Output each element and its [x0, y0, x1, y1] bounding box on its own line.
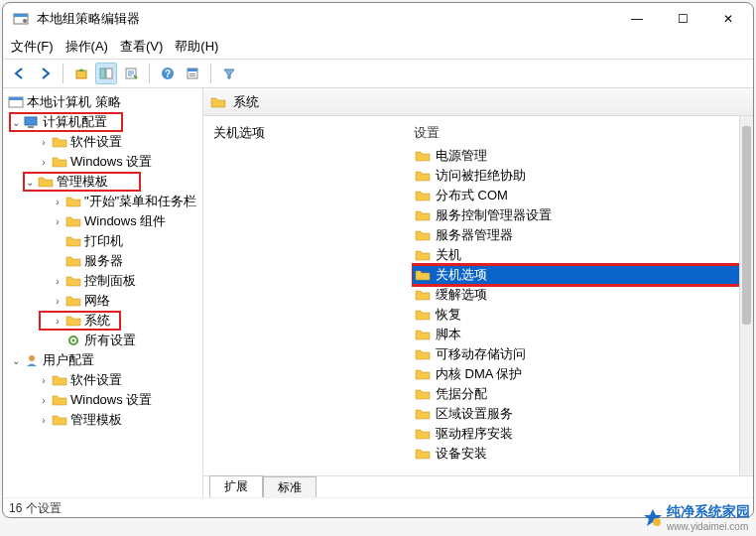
folder-icon [64, 233, 82, 249]
scrollbar-thumb[interactable] [742, 126, 751, 325]
properties-button[interactable] [182, 63, 203, 84]
tree-network[interactable]: › 网络 [3, 291, 202, 311]
content-body: 关机选项 设置 电源管理访问被拒绝协助分布式 COM服务控制管理器设置服务器管理… [203, 116, 753, 475]
list-item[interactable]: 服务器管理器 [412, 225, 753, 245]
main-area: 本地计算机 策略 ⌄ 计算机配置 › 软件设置 › Windows 设置 ⌄ 管… [3, 88, 753, 497]
list-item-label: 恢复 [436, 306, 461, 324]
folder-icon [64, 273, 82, 289]
svg-rect-4 [100, 68, 105, 78]
chevron-right-icon[interactable]: › [51, 296, 64, 307]
close-button[interactable]: ✕ [705, 3, 751, 35]
folder-icon [414, 366, 432, 382]
tree-control-panel[interactable]: › 控制面板 [3, 271, 202, 291]
chevron-right-icon[interactable]: › [37, 137, 51, 148]
svg-point-19 [29, 355, 35, 361]
chevron-right-icon[interactable]: › [37, 157, 51, 168]
chevron-right-icon[interactable]: › [51, 216, 64, 227]
tree-servers[interactable]: 服务器 [3, 251, 202, 271]
chevron-right-icon[interactable]: › [37, 395, 51, 406]
chevron-right-icon[interactable]: › [51, 316, 64, 327]
chevron-down-icon[interactable]: ⌄ [23, 177, 37, 188]
folder-icon [51, 392, 68, 408]
folder-icon [37, 174, 55, 190]
svg-rect-5 [106, 68, 112, 78]
tree-user-windows[interactable]: › Windows 设置 [3, 390, 202, 410]
list-item[interactable]: 脚本 [412, 325, 753, 344]
export-list-button[interactable] [120, 63, 142, 84]
tree-user-admin[interactable]: › 管理模板 [3, 410, 202, 430]
tree-windows-settings[interactable]: › Windows 设置 [3, 152, 202, 172]
tree-software-settings[interactable]: › 软件设置 [3, 132, 202, 152]
list-item[interactable]: 缓解选项 [412, 285, 753, 305]
tree-start-menu[interactable]: › "开始"菜单和任务栏 [3, 192, 202, 211]
list-item[interactable]: 内核 DMA 保护 [412, 364, 753, 384]
list-item-label: 驱动程序安装 [436, 425, 513, 443]
chevron-down-icon[interactable]: ⌄ [9, 355, 23, 366]
menu-action[interactable]: 操作(A) [65, 38, 108, 56]
tree-windows-components[interactable]: › Windows 组件 [3, 211, 202, 231]
column-header[interactable]: 设置 [412, 116, 753, 146]
show-hide-tree-button[interactable] [95, 63, 117, 84]
list-item[interactable]: 访问被拒绝协助 [412, 166, 753, 186]
list-item[interactable]: 服务控制管理器设置 [412, 205, 753, 225]
maximize-button[interactable]: ☐ [660, 3, 705, 35]
up-button[interactable] [70, 63, 92, 84]
list-item-label: 区域设置服务 [436, 405, 513, 423]
tree-user-config[interactable]: ⌄ 用户配置 [3, 350, 202, 370]
statusbar: 16 个设置 [3, 497, 753, 517]
list-item[interactable]: 关机 [412, 245, 753, 265]
list-item[interactable]: 分布式 COM [412, 186, 753, 205]
folder-icon [414, 168, 432, 184]
help-button[interactable]: ? [157, 63, 179, 84]
forward-button[interactable] [34, 63, 56, 84]
titlebar[interactable]: 本地组策略编辑器 — ☐ ✕ [3, 3, 753, 35]
tree-system[interactable]: › 系统 [3, 311, 202, 331]
toolbar-separator [149, 64, 150, 83]
svg-rect-15 [25, 117, 37, 125]
menu-view[interactable]: 查看(V) [120, 38, 163, 56]
chevron-right-icon[interactable]: › [37, 415, 51, 426]
folder-icon [414, 207, 432, 223]
settings-icon [64, 333, 82, 348]
tab-standard[interactable]: 标准 [263, 476, 316, 497]
folder-icon [414, 247, 432, 263]
svg-point-21 [653, 518, 661, 526]
tree-root[interactable]: 本地计算机 策略 [3, 92, 202, 112]
list-item[interactable]: 凭据分配 [412, 384, 753, 404]
folder-icon [51, 134, 68, 150]
list-item[interactable]: 关机选项 [412, 265, 753, 285]
folder-icon [414, 406, 432, 422]
list-item-label: 内核 DMA 保护 [436, 365, 522, 383]
menu-help[interactable]: 帮助(H) [175, 38, 218, 56]
tree-all-settings[interactable]: 所有设置 [3, 331, 202, 350]
chevron-down-icon[interactable]: ⌄ [9, 117, 23, 128]
tree-printers[interactable]: 打印机 [3, 231, 202, 251]
tree-panel[interactable]: 本地计算机 策略 ⌄ 计算机配置 › 软件设置 › Windows 设置 ⌄ 管… [3, 88, 203, 497]
list-item[interactable]: 可移动存储访问 [412, 344, 753, 364]
list-item[interactable]: 恢复 [412, 305, 753, 325]
chevron-right-icon[interactable]: › [37, 375, 51, 386]
tab-extended[interactable]: 扩展 [209, 475, 263, 497]
minimize-button[interactable]: — [614, 3, 660, 35]
list-item[interactable]: 区域设置服务 [412, 404, 753, 424]
filter-button[interactable] [218, 63, 240, 84]
tree-admin-templates[interactable]: ⌄ 管理模板 [3, 172, 202, 192]
list-item[interactable]: 设备安装 [412, 444, 753, 464]
folder-icon [64, 213, 82, 229]
back-button[interactable] [9, 63, 31, 84]
tree-computer-config[interactable]: ⌄ 计算机配置 [3, 112, 202, 132]
tree-user-software[interactable]: › 软件设置 [3, 370, 202, 390]
list-item-label: 可移动存储访问 [436, 345, 526, 363]
svg-rect-3 [76, 70, 86, 78]
menu-file[interactable]: 文件(F) [11, 38, 54, 56]
chevron-right-icon[interactable]: › [51, 276, 64, 287]
list-item[interactable]: 电源管理 [412, 146, 753, 166]
list-item[interactable]: 驱动程序安装 [412, 424, 753, 444]
list-item-label: 凭据分配 [436, 385, 487, 403]
svg-point-2 [23, 19, 27, 23]
items-column[interactable]: 设置 电源管理访问被拒绝协助分布式 COM服务控制管理器设置服务器管理器关机关机… [412, 116, 753, 475]
chevron-right-icon[interactable]: › [51, 197, 64, 207]
folder-icon [414, 307, 432, 323]
scrollbar[interactable] [739, 116, 753, 475]
svg-rect-10 [188, 68, 197, 71]
